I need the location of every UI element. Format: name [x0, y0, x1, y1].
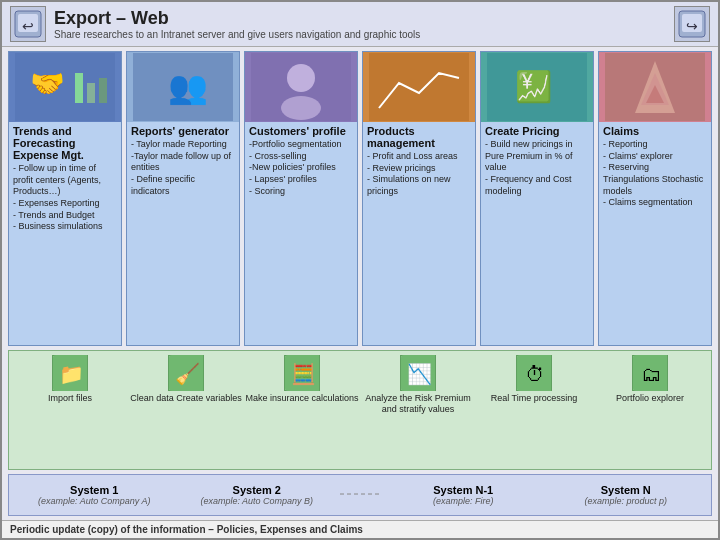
system-example-3: (example: product p) [547, 496, 706, 506]
system-item-2: System N-1(example: Fire) [384, 484, 543, 506]
workflow-step-icon-0: 📁 [52, 355, 88, 391]
card-customers[interactable]: Customers' profile-Portfolio segmentatio… [244, 51, 358, 346]
system-name-0: System 1 [15, 484, 174, 496]
card-items-trends: - Follow up in time of profit centers (A… [13, 163, 117, 233]
card-body-reports: Reports' generator- Taylor made Reportin… [127, 122, 239, 345]
svg-text:↪: ↪ [686, 18, 698, 34]
card-image-products [363, 52, 475, 122]
svg-rect-10 [99, 78, 107, 103]
card-title-products: Products management [367, 125, 471, 149]
svg-rect-8 [75, 73, 83, 103]
workflow-step-icon-4: ⏱ [516, 355, 552, 391]
workflow-step-4[interactable]: ⏱Real Time processing [477, 355, 591, 404]
workflow-step-label-2: Make insurance calculations [245, 393, 359, 404]
card-image-customers [245, 52, 357, 122]
header: ↩ Export – Web Share researches to an In… [2, 2, 718, 47]
workflow-step-label-0: Import files [13, 393, 127, 404]
card-products[interactable]: Products management- Profit and Loss are… [362, 51, 476, 346]
back-icon[interactable]: ↩ [10, 6, 46, 42]
system-divider [340, 479, 380, 511]
card-title-reports: Reports' generator [131, 125, 235, 137]
system-item-0: System 1(example: Auto Company A) [15, 484, 174, 506]
svg-text:👥: 👥 [168, 68, 208, 106]
svg-point-15 [281, 96, 321, 120]
system-example-1: (example: Auto Company B) [178, 496, 337, 506]
workflow-step-label-3: Analyze the Risk Premium and stratify va… [361, 393, 475, 415]
card-image-trends: 🤝 [9, 52, 121, 122]
workflow-step-icon-2: 🧮 [284, 355, 320, 391]
svg-text:📉: 📉 [407, 362, 432, 386]
card-body-claims: Claims- Reporting - Claims' explorer - R… [599, 122, 711, 345]
system-item-1: System 2(example: Auto Company B) [178, 484, 337, 506]
card-title-customers: Customers' profile [249, 125, 353, 137]
workflow-step-icon-1: 🧹 [168, 355, 204, 391]
workflow-step-0[interactable]: 📁Import files [13, 355, 127, 404]
svg-rect-9 [87, 83, 95, 103]
card-create-pricing[interactable]: 💹Create Pricing- Build new pricings in P… [480, 51, 594, 346]
workflow-area: 📁Import files🧹Clean data Create variable… [8, 350, 712, 470]
svg-point-14 [287, 64, 315, 92]
card-items-reports: - Taylor made Reporting -Taylor made fol… [131, 139, 235, 197]
svg-text:💹: 💹 [515, 69, 553, 105]
workflow-steps: 📁Import files🧹Clean data Create variable… [13, 355, 707, 415]
card-reports[interactable]: 👥Reports' generator- Taylor made Reporti… [126, 51, 240, 346]
system-item-3: System N(example: product p) [547, 484, 706, 506]
systems-row: System 1(example: Auto Company A)System … [8, 474, 712, 516]
workflow-step-label-4: Real Time processing [477, 393, 591, 404]
header-title-area: Export – Web Share researches to an Intr… [54, 8, 666, 40]
card-items-products: - Profit and Loss areas - Review pricing… [367, 151, 471, 198]
svg-text:🧹: 🧹 [175, 362, 200, 386]
bottom-section: 📁Import files🧹Clean data Create variable… [8, 350, 712, 470]
card-image-create-pricing: 💹 [481, 52, 593, 122]
workflow-step-2[interactable]: 🧮Make insurance calculations [245, 355, 359, 404]
svg-text:🧮: 🧮 [291, 362, 316, 386]
system-name-1: System 2 [178, 484, 337, 496]
page-title: Export – Web [54, 8, 666, 29]
workflow-step-1[interactable]: 🧹Clean data Create variables [129, 355, 243, 404]
cards-row: 🤝Trends and Forecasting Expense Mgt.- Fo… [8, 51, 712, 346]
svg-text:📁: 📁 [59, 362, 84, 386]
svg-rect-16 [369, 53, 469, 121]
card-title-claims: Claims [603, 125, 707, 137]
card-items-create-pricing: - Build new pricings in Pure Premium in … [485, 139, 589, 197]
footer-text: Periodic update (copy) of the informatio… [10, 524, 363, 535]
card-trends[interactable]: 🤝Trends and Forecasting Expense Mgt.- Fo… [8, 51, 122, 346]
workflow-step-icon-3: 📉 [400, 355, 436, 391]
card-items-customers: -Portfolio segmentation - Cross-selling … [249, 139, 353, 197]
system-example-0: (example: Auto Company A) [15, 496, 174, 506]
card-body-create-pricing: Create Pricing- Build new pricings in Pu… [481, 122, 593, 345]
forward-icon[interactable]: ↪ [674, 6, 710, 42]
card-image-reports: 👥 [127, 52, 239, 122]
workflow-step-5[interactable]: 🗂Portfolio explorer [593, 355, 707, 404]
system-example-2: (example: Fire) [384, 496, 543, 506]
workflow-step-3[interactable]: 📉Analyze the Risk Premium and stratify v… [361, 355, 475, 415]
svg-text:🤝: 🤝 [30, 67, 65, 100]
card-items-claims: - Reporting - Claims' explorer - Reservi… [603, 139, 707, 209]
workflow-step-icon-5: 🗂 [632, 355, 668, 391]
page-subtitle: Share researches to an Intranet server a… [54, 29, 666, 40]
workflow-step-label-1: Clean data Create variables [129, 393, 243, 404]
card-claims[interactable]: Claims- Reporting - Claims' explorer - R… [598, 51, 712, 346]
svg-text:↩: ↩ [22, 18, 34, 34]
footer: Periodic update (copy) of the informatio… [2, 520, 718, 538]
svg-text:⏱: ⏱ [525, 363, 545, 385]
card-body-products: Products management- Profit and Loss are… [363, 122, 475, 345]
card-title-trends: Trends and Forecasting Expense Mgt. [13, 125, 117, 161]
svg-text:🗂: 🗂 [641, 363, 661, 385]
card-title-create-pricing: Create Pricing [485, 125, 589, 137]
workflow-step-label-5: Portfolio explorer [593, 393, 707, 404]
app-container: ↩ Export – Web Share researches to an In… [0, 0, 720, 540]
main-content: 🤝Trends and Forecasting Expense Mgt.- Fo… [2, 47, 718, 520]
system-name-3: System N [547, 484, 706, 496]
system-name-2: System N-1 [384, 484, 543, 496]
card-body-customers: Customers' profile-Portfolio segmentatio… [245, 122, 357, 345]
card-body-trends: Trends and Forecasting Expense Mgt.- Fol… [9, 122, 121, 345]
card-image-claims [599, 52, 711, 122]
